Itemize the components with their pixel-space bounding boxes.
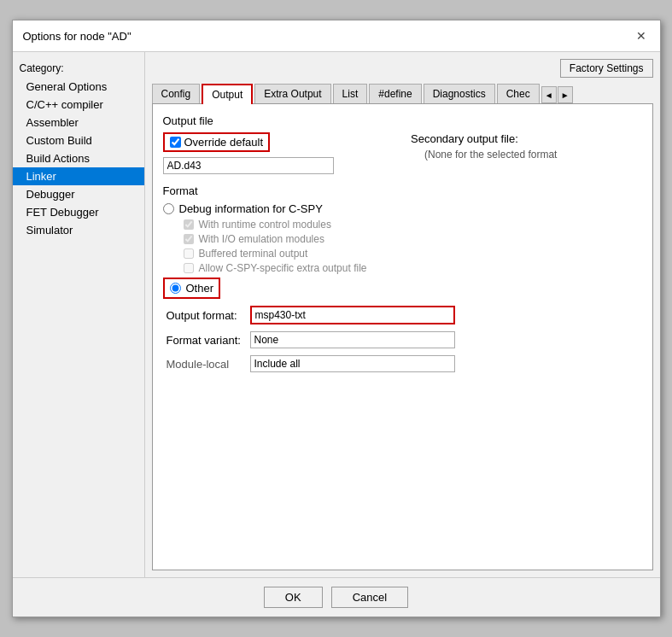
dialog-title: Options for node "AD"	[23, 30, 131, 43]
io-label: With I/O emulation modules	[199, 233, 324, 245]
variant-row: Format variant: None	[167, 331, 642, 348]
runtime-checkbox	[184, 219, 194, 230]
allow-checkbox	[184, 263, 194, 273]
sidebar-item-assembler[interactable]: Assembler	[13, 114, 144, 131]
category-label: Category:	[13, 59, 144, 78]
module-label: Module-local	[167, 358, 243, 371]
ok-button[interactable]: OK	[264, 587, 323, 608]
sub-option-runtime: With runtime control modules	[184, 219, 642, 231]
output-format-select[interactable]: msp430-txt elf ihex srec	[250, 306, 455, 324]
tab-diagnostics[interactable]: Diagnostics	[424, 84, 495, 103]
override-default-text: Override default	[184, 136, 264, 149]
allow-label: Allow C-SPY-specific extra output file	[199, 262, 367, 274]
override-default-checkbox[interactable]	[170, 137, 181, 148]
tab-config[interactable]: Config	[152, 84, 201, 103]
sidebar-item-cpp-compiler[interactable]: C/C++ compiler	[13, 96, 144, 114]
sidebar-item-linker[interactable]: Linker	[13, 167, 144, 185]
tab-output[interactable]: Output	[202, 84, 253, 104]
output-file-input[interactable]	[163, 157, 334, 174]
cancel-button[interactable]: Cancel	[331, 587, 408, 608]
close-button[interactable]: ✕	[633, 27, 650, 44]
content-panel: Output file Override default	[152, 104, 653, 570]
main-content: Factory Settings Config Output Extra Out…	[145, 52, 660, 577]
sidebar: Category: General Options C/C++ compiler…	[13, 52, 145, 577]
factory-settings-row: Factory Settings	[152, 59, 653, 78]
options-dialog: Options for node "AD" ✕ Category: Genera…	[12, 20, 661, 617]
debug-radio-label[interactable]: Debug information for C-SPY	[163, 202, 642, 215]
tab-list[interactable]: List	[333, 84, 368, 103]
secondary-output-label: Secondary output file:	[411, 132, 642, 145]
sub-option-allow: Allow C-SPY-specific extra output file	[184, 262, 642, 274]
runtime-label: With runtime control modules	[199, 219, 331, 231]
io-checkbox	[184, 234, 194, 244]
output-format-label: Output format:	[167, 309, 243, 322]
file-input-row	[163, 157, 394, 174]
format-section: Format Debug information for C-SPY With …	[163, 184, 642, 372]
format-label: Format	[163, 184, 642, 197]
buffered-label: Buffered terminal output	[199, 248, 308, 260]
other-radio[interactable]	[170, 283, 181, 294]
output-file-label: Output file	[163, 114, 642, 127]
sub-option-buffered: Buffered terminal output	[184, 248, 642, 260]
secondary-output-info: (None for the selected format	[424, 149, 642, 161]
variant-select[interactable]: None	[250, 331, 455, 348]
variant-label: Format variant:	[167, 334, 243, 347]
module-select[interactable]: Include all Include used Exclude all	[250, 355, 455, 372]
other-radio-text: Other	[186, 282, 214, 295]
factory-settings-button[interactable]: Factory Settings	[560, 59, 653, 78]
sidebar-item-fet-debugger[interactable]: FET Debugger	[13, 203, 144, 221]
dialog-body: Category: General Options C/C++ compiler…	[13, 52, 660, 577]
debug-radio-text: Debug information for C-SPY	[179, 202, 323, 215]
output-file-left: Override default	[163, 132, 394, 174]
output-format-row: Output format: msp430-txt elf ihex srec	[167, 306, 642, 324]
dialog-footer: OK Cancel	[13, 577, 660, 617]
override-wrapper: Override default	[163, 132, 271, 152]
tab-define[interactable]: #define	[369, 84, 421, 103]
debug-radio[interactable]	[163, 203, 174, 214]
other-radio-label[interactable]: Other	[170, 282, 214, 295]
output-file-columns: Override default Secondary output file: …	[163, 132, 642, 174]
sub-option-io: With I/O emulation modules	[184, 233, 642, 245]
title-bar: Options for node "AD" ✕	[13, 20, 660, 52]
output-file-right: Secondary output file: (None for the sel…	[411, 132, 642, 161]
override-default-label[interactable]: Override default	[170, 136, 264, 149]
tab-chec[interactable]: Chec	[497, 84, 540, 103]
buffered-checkbox	[184, 248, 194, 259]
tab-prev-button[interactable]: ◄	[541, 86, 557, 103]
sidebar-item-simulator[interactable]: Simulator	[13, 221, 144, 239]
sidebar-item-debugger[interactable]: Debugger	[13, 185, 144, 203]
sub-options: With runtime control modules With I/O em…	[184, 219, 642, 274]
other-radio-wrapper: Other	[163, 278, 221, 299]
sidebar-item-general-options[interactable]: General Options	[13, 78, 144, 96]
sidebar-item-build-actions[interactable]: Build Actions	[13, 149, 144, 167]
tabs-row: Config Output Extra Output List #define …	[152, 83, 653, 104]
sidebar-item-custom-build[interactable]: Custom Build	[13, 131, 144, 149]
output-file-section: Output file Override default	[163, 114, 642, 174]
module-row: Module-local Include all Include used Ex…	[167, 355, 642, 372]
tab-extra-output[interactable]: Extra Output	[254, 84, 330, 103]
tab-next-button[interactable]: ►	[558, 86, 573, 103]
